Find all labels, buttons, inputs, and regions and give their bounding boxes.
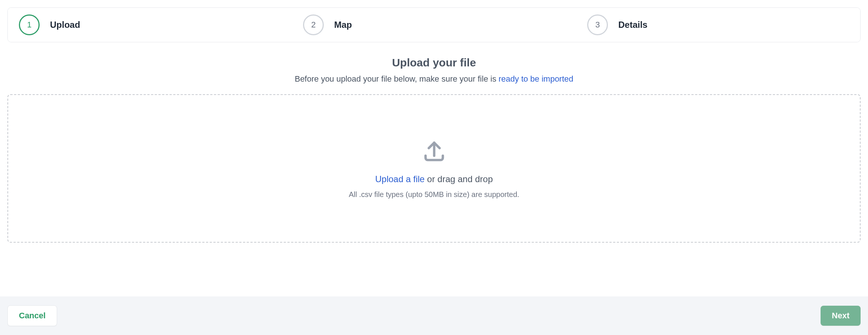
upload-file-link[interactable]: Upload a file — [375, 174, 425, 184]
step-details[interactable]: 3 Details — [576, 8, 860, 42]
step-number-2: 2 — [303, 14, 324, 35]
step-number-3: 3 — [587, 14, 608, 35]
step-map[interactable]: 2 Map — [292, 8, 576, 42]
step-label-map: Map — [334, 20, 352, 30]
step-label-upload: Upload — [50, 20, 80, 30]
upload-rest-text: or drag and drop — [425, 174, 493, 184]
page-title: Upload your file — [7, 56, 861, 69]
next-button[interactable]: Next — [821, 306, 861, 326]
ready-to-import-link[interactable]: ready to be imported — [499, 74, 573, 83]
step-label-details: Details — [618, 20, 648, 30]
footer-bar: Cancel Next — [0, 296, 868, 335]
upload-hint: All .csv file types (upto 50MB in size) … — [349, 190, 519, 199]
subtitle-text: Before you upload your file below, make … — [295, 74, 498, 83]
step-number-1: 1 — [19, 14, 40, 35]
page-subtitle: Before you upload your file below, make … — [7, 74, 861, 84]
heading-area: Upload your file Before you upload your … — [7, 56, 861, 84]
upload-line: Upload a file or drag and drop — [375, 174, 493, 184]
upload-icon — [421, 138, 447, 166]
file-dropzone[interactable]: Upload a file or drag and drop All .csv … — [7, 94, 861, 243]
stepper: 1 Upload 2 Map 3 Details — [7, 7, 861, 42]
step-upload[interactable]: 1 Upload — [8, 8, 292, 42]
cancel-button[interactable]: Cancel — [7, 305, 57, 326]
